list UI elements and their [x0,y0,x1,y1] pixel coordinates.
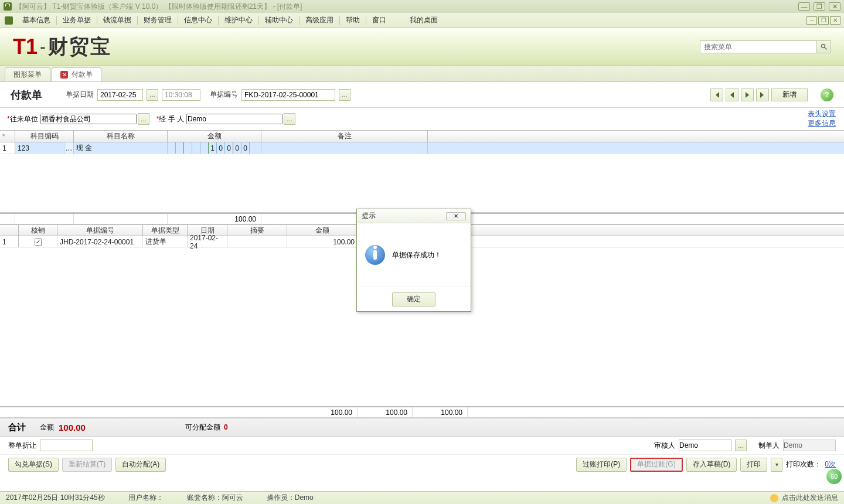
print-count-label: 打印次数： [786,459,821,469]
date-field[interactable] [97,89,143,101]
window-title: 【阿可云】 T1-财贸宝体验版（客户端 V 10.0） 【限时体验版使用期限还剩… [15,2,302,12]
search-input[interactable] [700,40,817,53]
doc-header: 付款单 单据日期 … 单据编号 … 新增 ? [0,82,844,108]
reviewer-lookup-button[interactable]: … [735,440,747,451]
post-button: 单据过账(G) [630,458,682,472]
menu-info-center[interactable]: 信息中心 [178,15,218,25]
window-titlebar: 【阿可云】 T1-财贸宝体验版（客户端 V 10.0） 【限时体验版使用期限还剩… [0,0,844,13]
menu-help[interactable]: 帮助 [340,15,366,25]
docno-lookup-button[interactable]: … [339,89,350,101]
menubar: 基本信息 业务单据 钱流单据 财务管理 信息中心 维护中心 辅助中心 高级应用 … [0,13,844,28]
menu-cashflow-docs[interactable]: 钱流单据 [97,15,137,25]
mdi-close-button[interactable]: ✕ [830,16,840,25]
reviewer-field[interactable] [679,440,731,451]
reviewer-label: 审核人 [654,441,675,451]
window-maximize-button[interactable]: ❐ [814,2,825,11]
menu-my-desktop[interactable]: 我的桌面 [404,15,444,25]
cell-docno[interactable]: JHD-2017-02-24-00001 [57,236,143,247]
help-icon[interactable]: ? [821,88,833,101]
svg-line-1 [824,47,826,49]
smiley-icon [770,494,778,502]
search-button[interactable] [817,40,831,53]
pick-docs-button[interactable]: 勾兑单据(S) [8,458,59,472]
cell-account-code[interactable]: 123 [15,142,64,154]
cell-account-name[interactable]: 现 金 [74,142,168,154]
menu-business-docs[interactable]: 业务单据 [57,15,97,25]
dialog-close-button[interactable]: ✕ [446,212,466,220]
date-picker-button[interactable]: … [147,89,158,101]
nav-last-button[interactable] [756,88,769,101]
cell-doctype: 进货单 [143,236,188,247]
new-button[interactable]: 新增 [771,88,808,101]
save-draft-button[interactable]: 存入草稿(D) [686,458,737,472]
status-message-link[interactable]: 点击此处发送消息 [770,493,838,503]
tab-strip: 图形菜单 ✕ 付款单 [0,66,844,82]
notification-badge[interactable]: 60 [826,469,842,484]
maker-label: 制单人 [758,441,780,451]
brand-t1-logo: T1 [13,35,38,59]
col-docno[interactable]: 单据编号 [57,225,143,236]
col-remark[interactable]: 备注 [261,131,428,142]
menu-window[interactable]: 窗口 [366,15,392,25]
vendor-field[interactable] [40,114,137,124]
col-account-name[interactable]: 科目名称 [74,131,168,142]
cell-summary[interactable] [227,236,287,247]
page-title: 付款单 [11,88,42,102]
print-count-value[interactable]: 0次 [825,459,836,469]
grid-total-amount: 100.00 [168,214,261,224]
tab-payment[interactable]: ✕ 付款单 [52,67,101,81]
dialog-title: 提示 [362,211,376,221]
col-account-code[interactable]: 科目编码 [15,131,74,142]
col-doctype[interactable]: 单据类型 [143,225,188,236]
info-icon [365,245,385,265]
cell-date: 2017-02-24 [188,236,227,247]
auto-allocate-button[interactable]: 自动分配(A) [115,458,166,472]
search-icon [821,43,828,50]
nav-first-button[interactable] [710,88,723,101]
handler-lookup-button[interactable]: … [284,113,295,125]
dialog-ok-button[interactable]: 确定 [392,292,435,307]
col-summary[interactable]: 摘要 [227,225,287,236]
writeoff-checkbox[interactable]: ✓ [35,239,42,246]
handler-label: 经 手 人 [159,114,184,124]
col-amount2[interactable]: 金额 [287,225,358,236]
menu-finance[interactable]: 财务管理 [138,15,178,25]
table-row[interactable]: 1 123 … 现 金 10000 [0,142,844,154]
window-close-button[interactable]: ✕ [829,2,840,11]
reviewer-row: 整单折让 审核人 … 制单人 [0,437,844,454]
code-lookup-button[interactable]: … [64,142,74,154]
menu-advanced[interactable]: 高级应用 [300,15,339,25]
menu-maintain[interactable]: 维护中心 [219,15,258,25]
print-button[interactable]: 打印 [740,458,767,472]
print-dropdown-button[interactable]: ▾ [771,458,782,472]
menu-assist[interactable]: 辅助中心 [259,15,299,25]
vendor-label: 往来单位 [10,114,38,124]
nav-prev-button[interactable] [726,88,738,101]
col-writeoff[interactable]: 核销 [19,225,57,236]
cell-remark[interactable] [261,142,428,154]
tab-graphic-menu[interactable]: 图形菜单 [5,67,50,81]
docno-field[interactable] [241,89,335,101]
close-icon[interactable]: ✕ [60,71,68,79]
allocatable-amount: 0 [224,423,228,431]
col-amount[interactable]: 金额 [168,131,261,142]
mdi-minimize-button[interactable]: – [806,16,817,25]
totals-amount: 100.00 [59,423,86,433]
handler-field[interactable] [186,114,283,124]
brand-banner: T1 - 财贸宝 [0,28,844,66]
dialog-message: 单据保存成功！ [392,250,441,260]
vendor-lookup-button[interactable]: … [138,113,149,125]
window-minimize-button[interactable]: — [798,2,810,11]
action-bar: 勾兑单据(S) 重新结算(T) 自动分配(A) 过账打印(P) 单据过账(G) … [0,454,844,474]
nav-next-button[interactable] [741,88,754,101]
status-datetime: 2017年02月25日 10时31分45秒 [6,493,105,503]
discount-field[interactable] [40,440,93,451]
cell-amount[interactable]: 10000 [168,142,261,154]
post-print-button[interactable]: 过账打印(P) [576,458,627,472]
more-info-link[interactable]: 更多信息 [808,118,836,128]
menu-basic-info[interactable]: 基本信息 [16,15,56,25]
mdi-restore-button[interactable]: ❐ [818,16,829,25]
col-date[interactable]: 日期 [188,225,227,236]
cell-amount2: 100.00 [287,236,358,247]
header-settings-link[interactable]: 表头设置 [808,109,836,118]
